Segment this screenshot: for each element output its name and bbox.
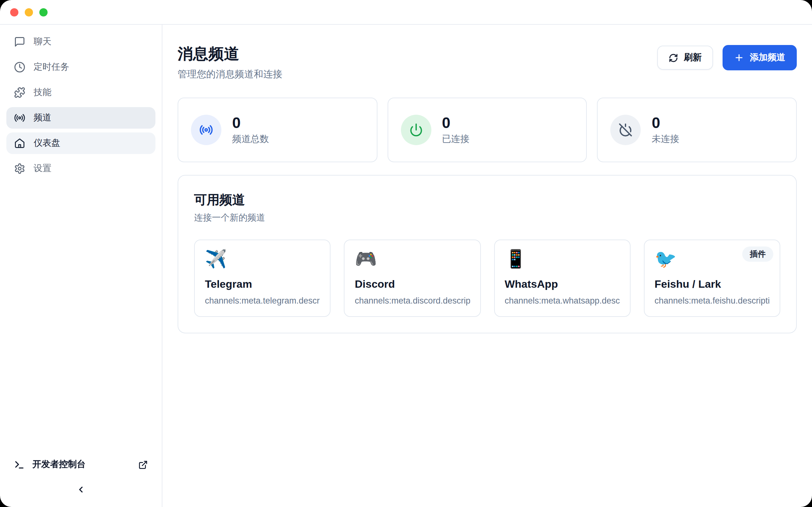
- refresh-button-label: 刷新: [684, 52, 702, 63]
- sidebar-collapse-button[interactable]: [76, 485, 86, 494]
- home-icon: [14, 137, 26, 149]
- channel-description: channels:meta.telegram.descript: [205, 296, 320, 305]
- section-title: 可用频道: [194, 191, 780, 209]
- sidebar-item-label: 定时任务: [34, 61, 69, 73]
- plugin-badge: 插件: [742, 246, 773, 262]
- add-channel-button[interactable]: 添加频道: [722, 45, 797, 70]
- channel-description: channels:meta.discord.descriptic: [355, 296, 470, 305]
- developer-console-label: 开发者控制台: [32, 459, 86, 470]
- refresh-button[interactable]: 刷新: [657, 46, 713, 70]
- sidebar-item-label: 频道: [34, 112, 51, 124]
- sidebar-item-chat[interactable]: 聊天: [6, 31, 155, 53]
- page-header: 消息频道 管理您的消息频道和连接 刷新: [177, 44, 797, 80]
- channel-description: channels:meta.whatsapp.descrip: [505, 296, 620, 305]
- sidebar-item-dashboard[interactable]: 仪表盘: [6, 132, 155, 154]
- sidebar-item-channels[interactable]: 频道: [6, 107, 155, 129]
- radio-icon: [14, 112, 26, 124]
- page-subtitle: 管理您的消息频道和连接: [177, 68, 282, 80]
- sidebar-footer: 开发者控制台: [0, 447, 162, 507]
- stats-row: 0 频道总数 0 已连接: [177, 98, 797, 162]
- sidebar-item-label: 聊天: [34, 36, 51, 48]
- mobile-phone-emoji-icon: 📱: [505, 250, 620, 269]
- minimize-window-button[interactable]: [25, 8, 33, 16]
- radio-icon: [191, 115, 221, 145]
- power-icon: [401, 115, 431, 145]
- close-window-button[interactable]: [10, 8, 18, 16]
- sidebar-item-settings[interactable]: 设置: [6, 158, 155, 179]
- sidebar: 聊天 定时任务 技能: [0, 25, 162, 507]
- app-window: 聊天 定时任务 技能: [0, 0, 812, 507]
- stat-card-total-channels: 0 频道总数: [177, 98, 377, 162]
- stat-card-disconnected: 0 未连接: [597, 98, 797, 162]
- gamepad-emoji-icon: 🎮: [355, 250, 470, 269]
- channel-card-feishu[interactable]: 插件 🐦 Feishu / Lark channels:meta.feishu.…: [644, 239, 780, 317]
- stat-label: 已连接: [442, 133, 469, 145]
- channel-description: channels:meta.feishu.description: [655, 296, 770, 305]
- message-square-icon: [14, 36, 26, 48]
- channel-card-discord[interactable]: 🎮 Discord channels:meta.discord.descript…: [344, 239, 481, 317]
- stat-value: 0: [652, 115, 679, 130]
- page-title: 消息频道: [177, 44, 282, 64]
- channel-card-whatsapp[interactable]: 📱 WhatsApp channels:meta.whatsapp.descri…: [494, 239, 630, 317]
- sidebar-item-label: 设置: [34, 163, 51, 174]
- refresh-icon: [669, 53, 678, 62]
- stat-value: 0: [442, 115, 469, 130]
- stat-card-connected: 0 已连接: [387, 98, 587, 162]
- sidebar-item-label: 仪表盘: [34, 137, 60, 149]
- developer-console-link[interactable]: 开发者控制台: [8, 453, 154, 476]
- clock-icon: [14, 61, 26, 73]
- channel-name: Discord: [355, 278, 470, 291]
- sidebar-nav: 聊天 定时任务 技能: [0, 25, 162, 186]
- channel-name: WhatsApp: [505, 278, 620, 291]
- stat-label: 未连接: [652, 133, 679, 145]
- available-channels-section: 可用频道 连接一个新的频道 ✈️ Telegram channels:meta.…: [177, 175, 797, 333]
- channel-grid: ✈️ Telegram channels:meta.telegram.descr…: [194, 239, 780, 317]
- stat-label: 频道总数: [232, 133, 269, 145]
- airplane-emoji-icon: ✈️: [205, 250, 320, 269]
- main-content: 消息频道 管理您的消息频道和连接 刷新: [162, 25, 812, 507]
- chevron-left-icon: [76, 485, 86, 494]
- channel-name: Telegram: [205, 278, 320, 291]
- section-subtitle: 连接一个新的频道: [194, 212, 780, 224]
- channel-card-telegram[interactable]: ✈️ Telegram channels:meta.telegram.descr…: [194, 239, 331, 317]
- add-channel-button-label: 添加频道: [750, 52, 785, 63]
- channel-name: Feishu / Lark: [655, 278, 770, 291]
- sidebar-item-skills[interactable]: 技能: [6, 82, 155, 103]
- plus-icon: [734, 53, 744, 63]
- titlebar: [0, 0, 812, 25]
- external-link-icon[interactable]: [138, 460, 148, 469]
- sidebar-item-label: 技能: [34, 87, 51, 98]
- terminal-icon: [14, 459, 25, 470]
- maximize-window-button[interactable]: [39, 8, 48, 16]
- puzzle-icon: [14, 87, 26, 98]
- sidebar-item-scheduled-tasks[interactable]: 定时任务: [6, 56, 155, 78]
- power-off-icon: [611, 115, 641, 145]
- gear-icon: [14, 163, 26, 174]
- stat-value: 0: [232, 115, 269, 130]
